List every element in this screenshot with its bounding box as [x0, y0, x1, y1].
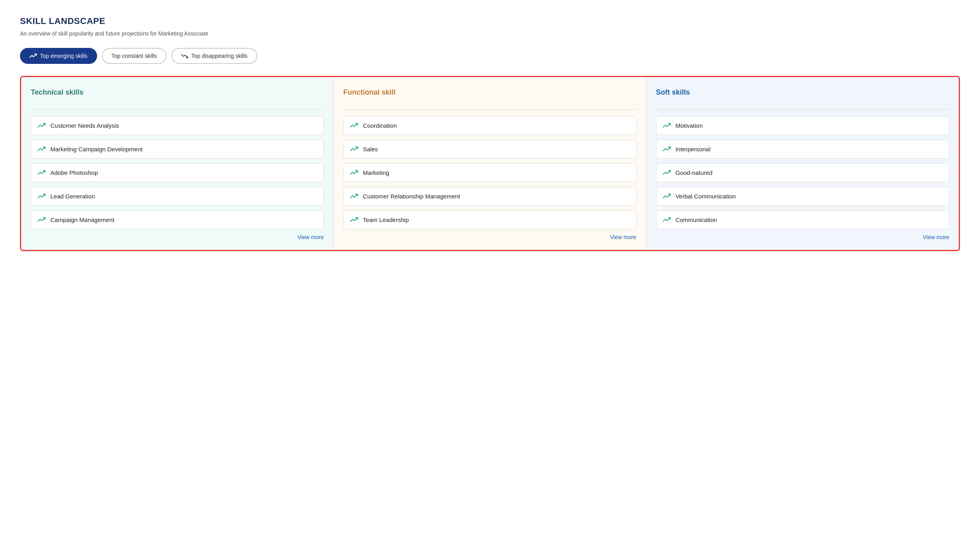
- trending-down-icon: [181, 53, 188, 59]
- trending-up-icon: [38, 170, 46, 176]
- trending-up-icon: [350, 194, 358, 199]
- skill-label: Customer Relationship Management: [363, 193, 460, 200]
- view-more-soft: View more: [656, 234, 949, 240]
- page-subtitle: An overview of skill popularity and futu…: [20, 30, 960, 37]
- view-more-soft-link[interactable]: View more: [923, 234, 949, 240]
- column-divider: [31, 109, 324, 110]
- trending-up-icon: [663, 170, 671, 176]
- soft-skills-column: Soft skills Motivation Interpersonal Goo…: [646, 77, 959, 250]
- list-item: Communication: [656, 210, 949, 229]
- tab-constant[interactable]: Top constant skills: [102, 48, 167, 64]
- trending-up-icon: [663, 194, 671, 199]
- functional-skills-column: Functional skill Coordination Sales Mark…: [334, 77, 646, 250]
- list-item: Adobe Photoshop: [31, 163, 324, 182]
- skill-label: Marketing: [363, 169, 389, 176]
- tab-constant-label: Top constant skills: [111, 53, 157, 59]
- column-divider: [343, 109, 636, 110]
- skill-label: Customer Needs Analysis: [50, 122, 119, 129]
- trending-up-icon: [350, 217, 358, 223]
- trending-up-icon: [350, 170, 358, 176]
- page-title: SKILL LANDSCAPE: [20, 16, 960, 26]
- skill-label: Marketing Campaign Development: [50, 146, 143, 153]
- trending-up-icon: [663, 217, 671, 223]
- tab-disappearing-label: Top disappearing skills: [191, 53, 248, 59]
- skill-label: Interpersonal: [676, 146, 711, 153]
- list-item: Coordination: [343, 116, 636, 135]
- trending-up-icon: [38, 217, 46, 223]
- list-item: Team Leadership: [343, 210, 636, 229]
- trending-up-icon: [38, 147, 46, 152]
- trending-up-icon: [350, 147, 358, 152]
- trending-up-icon: [30, 53, 37, 59]
- list-item: Motivation: [656, 116, 949, 135]
- functional-skills-header: Functional skill: [343, 88, 636, 101]
- skill-label: Communication: [676, 216, 717, 223]
- soft-skills-header: Soft skills: [656, 88, 949, 101]
- tab-emerging-label: Top emerging skills: [40, 53, 87, 59]
- view-more-technical: View more: [31, 234, 324, 240]
- list-item: Interpersonal: [656, 140, 949, 159]
- skills-grid: Technical skills Customer Needs Analysis…: [20, 76, 960, 251]
- tab-emerging[interactable]: Top emerging skills: [20, 48, 97, 64]
- trending-up-icon: [38, 123, 46, 129]
- skill-label: Good-natured: [676, 169, 713, 176]
- skill-label: Lead Generation: [50, 193, 95, 200]
- list-item: Marketing Campaign Development: [31, 140, 324, 159]
- list-item: Campaign Management: [31, 210, 324, 229]
- view-more-functional: View more: [343, 234, 636, 240]
- trending-up-icon: [38, 194, 46, 199]
- skill-label: Motivation: [676, 122, 703, 129]
- view-more-functional-link[interactable]: View more: [610, 234, 636, 240]
- list-item: Good-natured: [656, 163, 949, 182]
- list-item: Verbal Communication: [656, 187, 949, 206]
- skill-label: Sales: [363, 146, 378, 153]
- column-divider: [656, 109, 949, 110]
- skill-label: Adobe Photoshop: [50, 169, 98, 176]
- tab-bar: Top emerging skills Top constant skills …: [20, 48, 960, 64]
- list-item: Lead Generation: [31, 187, 324, 206]
- list-item: Customer Needs Analysis: [31, 116, 324, 135]
- skill-label: Campaign Management: [50, 216, 114, 223]
- tab-disappearing[interactable]: Top disappearing skills: [171, 48, 257, 64]
- list-item: Marketing: [343, 163, 636, 182]
- technical-skills-column: Technical skills Customer Needs Analysis…: [21, 77, 334, 250]
- skill-label: Verbal Communication: [676, 193, 736, 200]
- technical-skills-header: Technical skills: [31, 88, 324, 101]
- list-item: Customer Relationship Management: [343, 187, 636, 206]
- trending-up-icon: [663, 123, 671, 129]
- trending-up-icon: [663, 147, 671, 152]
- skill-label: Coordination: [363, 122, 397, 129]
- skill-label: Team Leadership: [363, 216, 409, 223]
- view-more-technical-link[interactable]: View more: [297, 234, 324, 240]
- list-item: Sales: [343, 140, 636, 159]
- trending-up-icon: [350, 123, 358, 129]
